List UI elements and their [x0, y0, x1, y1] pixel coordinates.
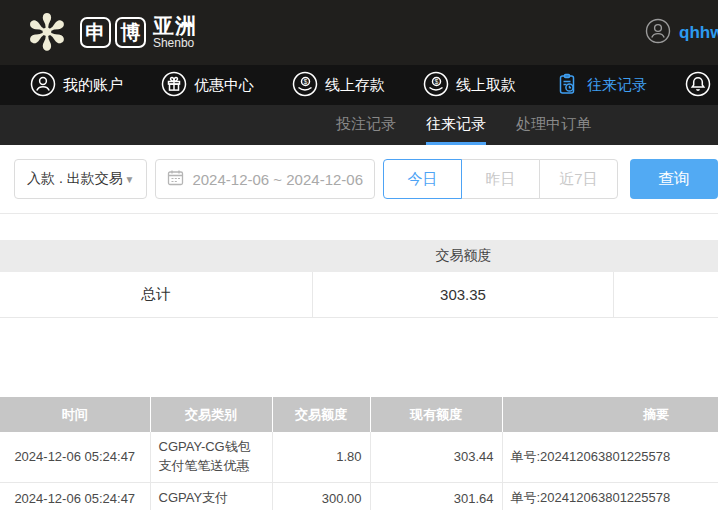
summary-total-label: 总计: [0, 272, 313, 317]
nav-item-deposit[interactable]: $ 线上存款: [292, 71, 385, 100]
cell-type: CGPAY-CG钱包支付笔笔送优惠: [150, 432, 272, 482]
brand-char-box: 博: [115, 17, 146, 48]
cell-time: 2024-12-06 05:24:47: [0, 432, 150, 482]
brand-name-en: Shenbo: [153, 37, 197, 50]
today-button[interactable]: 今日: [383, 159, 462, 199]
cell-time: 2024-12-06 05:24:47: [0, 482, 150, 510]
nav-item-promotions[interactable]: 优惠中心: [161, 71, 254, 100]
date-range-value: 2024-12-06 ~ 2024-12-06: [192, 171, 363, 188]
withdraw-icon: $: [423, 71, 456, 100]
col-header-amount: 交易额度: [272, 397, 370, 432]
nav-item-label: 线上存款: [325, 76, 385, 95]
cell-type: CGPAY支付: [150, 482, 272, 510]
records-header-row: 时间 交易类别 交易额度 现有额度 摘要: [0, 397, 718, 432]
sub-nav: 投注记录 往来记录 处理中订单: [0, 105, 718, 145]
summary-header-row: 交易额度: [0, 240, 718, 272]
brand-suffix: 亚洲: [153, 14, 197, 37]
tab-pending-orders[interactable]: 处理中订单: [516, 105, 591, 145]
gift-icon: [161, 71, 194, 100]
flower-logo-icon: ✻: [26, 8, 68, 58]
page: ✻ 申 博 亚洲 Shenbo qhhw: [0, 0, 718, 510]
nav-item-label: 往来记录: [587, 76, 647, 95]
svg-text:$: $: [435, 78, 439, 85]
records-table: 时间 交易类别 交易额度 现有额度 摘要 2024-12-06 05:24:47…: [0, 397, 718, 510]
summary-table: 交易额度 总计 303.35: [0, 240, 718, 318]
summary-total-value: 303.35: [313, 272, 614, 317]
top-header: ✻ 申 博 亚洲 Shenbo qhhw: [0, 0, 718, 65]
date-range-input[interactable]: 2024-12-06 ~ 2024-12-06: [155, 159, 375, 199]
filter-bar: 入款 . 出款交易 ▼ 2024-12-06 ~ 2024-12-06 今日 昨…: [0, 145, 718, 214]
nav-item-label: 线上取款: [456, 76, 516, 95]
cell-amount: 300.00: [272, 482, 370, 510]
quick-range-group: 今日 昨日 近7日: [383, 159, 618, 199]
cell-summary: 单号:202412063801225578: [502, 482, 718, 510]
cell-amount: 1.80: [272, 432, 370, 482]
col-header-type: 交易类别: [150, 397, 272, 432]
chevron-down-icon: ▼: [125, 174, 135, 185]
summary-amount-header: 交易额度: [313, 247, 614, 265]
user-menu[interactable]: qhhw: [645, 0, 718, 65]
records-icon: [554, 71, 587, 100]
deposit-icon: $: [292, 71, 325, 100]
tab-bet-records[interactable]: 投注记录: [336, 105, 396, 145]
account-icon: [30, 71, 63, 100]
avatar-icon: [645, 18, 679, 48]
col-header-time: 时间: [0, 397, 150, 432]
search-button[interactable]: 查询: [630, 159, 718, 199]
main-nav: 我的账户 优惠中心 $ 线上存: [0, 65, 718, 105]
cell-balance: 301.64: [370, 482, 502, 510]
yesterday-button[interactable]: 昨日: [461, 159, 540, 199]
nav-item-my-account[interactable]: 我的账户: [30, 71, 123, 100]
nav-item-messages[interactable]: 信息: [685, 71, 718, 100]
svg-text:$: $: [304, 78, 308, 85]
nav-item-label: 我的账户: [63, 76, 123, 95]
table-row: 2024-12-06 05:24:47 CGPAY-CG钱包支付笔笔送优惠 1.…: [0, 432, 718, 482]
col-header-balance: 现有额度: [370, 397, 502, 432]
last7days-button[interactable]: 近7日: [539, 159, 618, 199]
username: qhhw: [679, 23, 718, 43]
nav-item-withdraw[interactable]: $ 线上取款: [423, 71, 516, 100]
summary-total-row: 总计 303.35: [0, 272, 718, 318]
col-header-summary: 摘要: [502, 397, 718, 432]
calendar-icon: [167, 169, 184, 190]
nav-item-transactions[interactable]: 往来记录: [554, 71, 647, 100]
transaction-type-value: 入款 . 出款交易: [27, 170, 123, 188]
bell-icon: [685, 71, 718, 100]
tab-transaction-records[interactable]: 往来记录: [426, 105, 486, 145]
cell-summary: 单号:202412063801225578: [502, 432, 718, 482]
nav-item-label: 优惠中心: [194, 76, 254, 95]
table-row: 2024-12-06 05:24:47 CGPAY支付 300.00 301.6…: [0, 482, 718, 510]
brand-logo[interactable]: ✻ 申 博 亚洲 Shenbo: [26, 8, 197, 58]
transaction-type-select[interactable]: 入款 . 出款交易 ▼: [14, 159, 147, 199]
brand-char-box: 申: [80, 17, 111, 48]
cell-balance: 303.44: [370, 432, 502, 482]
